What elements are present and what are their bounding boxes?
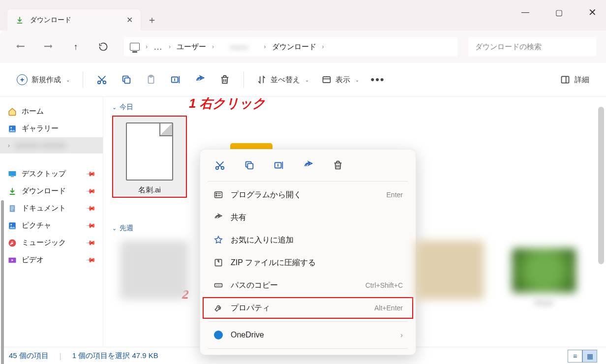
open-with-icon [213, 189, 224, 200]
view-icons-button[interactable]: ▦ [582, 350, 597, 363]
window-controls: — ▢ ✕ [517, 0, 606, 25]
ctx-label: プログラムから開く [231, 190, 302, 200]
svg-rect-13 [11, 207, 14, 207]
chevron-down-icon: ⌄ [112, 225, 117, 232]
close-window-button[interactable]: ✕ [584, 6, 600, 18]
nav-label: XXXXX XXXXX [15, 141, 66, 150]
chevron-right-icon: › [146, 43, 148, 50]
up-button[interactable]: ↑ [65, 36, 87, 58]
ctx-onedrive[interactable]: OneDrive › [202, 324, 414, 346]
svg-rect-14 [11, 208, 14, 209]
separator [83, 71, 83, 88]
back-button[interactable]: 🠔 [10, 36, 31, 58]
chevron-right-icon: › [8, 142, 10, 149]
group-label: 今日 [120, 103, 133, 112]
home-icon [8, 107, 17, 116]
nav-home[interactable]: ホーム [0, 103, 103, 120]
breadcrumb-user-hidden[interactable]: xxxxx [220, 43, 258, 51]
content-pane: 1 右クリック ⌄ 今日 名刺.ai [103, 97, 606, 347]
navigation-pane: ホーム ギャラリー › XXXXX XXXXX デスクトップ 📌 ダウンロード … [0, 97, 103, 347]
chevron-down-icon: ⌄ [355, 77, 359, 83]
nav-downloads[interactable]: ダウンロード 📌 [0, 182, 103, 200]
details-panel-button[interactable]: 詳細 [555, 72, 594, 88]
share-button[interactable] [189, 69, 211, 91]
new-tab-button[interactable]: ＋ [141, 9, 163, 30]
nav-label: ミュージック [22, 238, 66, 247]
pictures-icon [8, 221, 17, 230]
context-icon-row [202, 155, 414, 179]
tab-label: ダウンロード [30, 16, 71, 25]
new-button[interactable]: + 新規作成 ⌄ [12, 71, 75, 88]
maximize-button[interactable]: ▢ [551, 8, 567, 17]
breadcrumb-downloads[interactable]: ダウンロード [272, 42, 316, 52]
nav-label: ギャラリー [22, 124, 59, 133]
delete-button[interactable] [331, 158, 345, 172]
file-tile-selected[interactable]: 名刺.ai [112, 116, 187, 198]
file-name: 名刺.ai [115, 185, 184, 195]
rename-button[interactable] [272, 158, 286, 172]
svg-rect-11 [11, 176, 14, 177]
search-input[interactable]: ダウンロードの検索 [468, 37, 596, 57]
separator: | [60, 352, 61, 360]
status-count: 45 個の項目 [9, 351, 49, 361]
nav-user-hidden[interactable]: › XXXXX XXXXX [0, 137, 103, 153]
cut-button[interactable] [213, 158, 227, 172]
chevron-down-icon: ⌄ [66, 77, 70, 83]
sort-button[interactable]: 並べ替え ⌄ [252, 72, 314, 88]
copy-button[interactable] [116, 69, 137, 91]
pin-icon: 📌 [86, 238, 96, 248]
svg-point-17 [10, 224, 12, 225]
view-details-button[interactable]: ≡ [568, 350, 582, 363]
tab-close-icon[interactable]: ✕ [126, 15, 133, 25]
view-button[interactable]: 表示 ⌄ [317, 72, 364, 88]
nav-pictures[interactable]: ピクチャ 📌 [0, 217, 103, 234]
nav-documents[interactable]: ドキュメント 📌 [0, 200, 103, 217]
breadcrumb-users[interactable]: ユーザー [177, 42, 206, 52]
file-label-blurred: ed.pur [504, 299, 584, 306]
share-button[interactable] [302, 158, 315, 172]
more-button[interactable]: ••• [367, 69, 389, 91]
separator [208, 321, 408, 322]
pin-icon: 📌 [86, 186, 96, 197]
view-icon [322, 75, 332, 85]
paste-button[interactable] [140, 69, 162, 91]
file-blurred[interactable] [120, 241, 189, 300]
pin-icon: 📌 [86, 220, 96, 231]
svg-point-9 [10, 127, 12, 128]
refresh-button[interactable] [92, 36, 114, 58]
panel-icon [560, 75, 571, 85]
pin-icon: 📌 [86, 203, 96, 214]
delete-button[interactable] [214, 69, 236, 91]
svg-point-1 [103, 81, 106, 84]
cut-button[interactable] [91, 69, 113, 91]
ctx-share[interactable]: 共有 [202, 206, 414, 229]
music-icon [8, 239, 17, 247]
file-blurred[interactable] [415, 241, 484, 300]
svg-point-0 [98, 81, 101, 84]
nav-music[interactable]: ミュージック 📌 [0, 234, 103, 251]
plus-circle-icon: + [17, 74, 28, 85]
content-scrollbar[interactable] [598, 107, 604, 264]
nav-label: ピクチャ [22, 221, 51, 230]
tab-downloads[interactable]: ダウンロード ✕ [7, 9, 141, 30]
breadcrumb-overflow[interactable]: … [153, 42, 163, 52]
nav-desktop[interactable]: デスクトップ 📌 [0, 165, 103, 182]
ctx-open-with[interactable]: プログラムから開く Enter [202, 183, 414, 206]
file-icon [126, 122, 173, 181]
tab-strip: ダウンロード ✕ ＋ [0, 0, 163, 30]
nav-gallery[interactable]: ギャラリー [0, 120, 103, 137]
address-bar[interactable]: › … › ユーザー › xxxxx › ダウンロード › [124, 37, 457, 57]
svg-point-21 [221, 167, 224, 170]
copy-button[interactable] [242, 158, 256, 172]
svg-rect-10 [9, 171, 16, 176]
details-label: 詳細 [575, 75, 589, 85]
forward-button[interactable]: 🠖 [37, 36, 59, 58]
view-toggles: ≡ ▦ [568, 350, 597, 363]
nav-videos[interactable]: ビデオ 📌 [0, 251, 103, 269]
desktop-icon [8, 170, 17, 179]
minimize-button[interactable]: — [517, 8, 533, 17]
pin-icon: 📌 [86, 169, 96, 180]
group-today[interactable]: ⌄ 今日 [112, 103, 597, 112]
file-blurred[interactable] [512, 248, 576, 293]
rename-button[interactable] [165, 69, 186, 91]
